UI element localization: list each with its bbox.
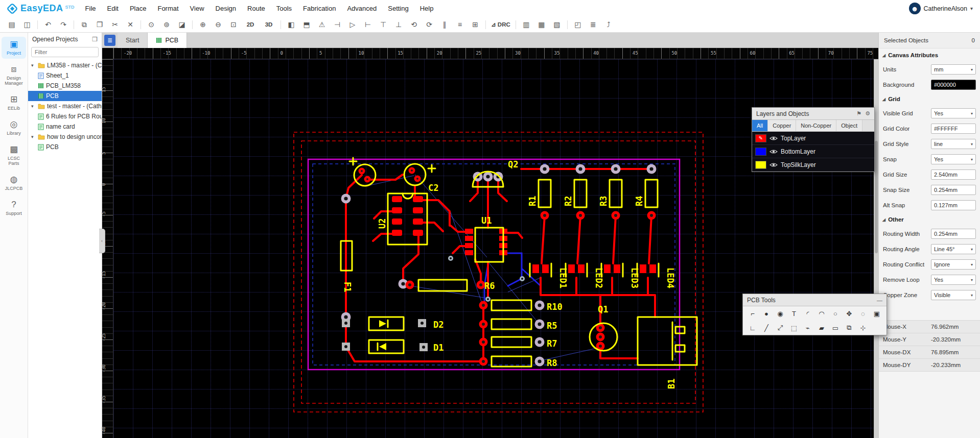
eye-icon[interactable]	[769, 149, 778, 155]
pad-tool-icon[interactable]: ●	[760, 308, 773, 319]
silk-label-r8[interactable]: R8	[547, 358, 557, 368]
delete-icon[interactable]: ✕	[123, 18, 138, 31]
layer-stack-icon[interactable]: ≣	[586, 18, 601, 31]
attr-control-units[interactable]: mm▾	[931, 64, 976, 75]
menu-route[interactable]: Route	[242, 0, 271, 17]
silk-label-d1[interactable]: D1	[433, 343, 444, 353]
undo-icon[interactable]: ↶	[40, 18, 56, 31]
silk-label-r3[interactable]: R3	[598, 196, 609, 206]
layer-color-swatch[interactable]	[755, 148, 766, 156]
menu-tools[interactable]: Tools	[271, 0, 297, 17]
silk-label-led2[interactable]: LED2	[594, 267, 604, 288]
silk-label-r6[interactable]: R6	[484, 281, 495, 291]
silk-label-f1[interactable]: F1	[342, 282, 353, 292]
attr-control-snap[interactable]: Yes▾	[931, 154, 976, 164]
tab-pcb[interactable]: PCB	[148, 33, 187, 48]
menu-file[interactable]: File	[80, 0, 102, 17]
distribute-vertical-icon[interactable]: ≡	[452, 18, 468, 31]
tree-item-how-to-design-uncon[interactable]: ▾how to design uncon	[28, 132, 102, 142]
connect-pad-tool-icon[interactable]: ⌁	[802, 322, 814, 333]
rule-warning-icon[interactable]: ⚠	[314, 18, 330, 31]
silk-label-c2[interactable]: C2	[428, 183, 438, 193]
copy-icon[interactable]: ⧉	[77, 18, 92, 31]
silk-label-r1[interactable]: R1	[527, 196, 538, 206]
silk-label-q1[interactable]: Q1	[598, 304, 608, 314]
search-settings-icon[interactable]: ⊚	[159, 18, 174, 31]
tree-item-lm358-master-ca[interactable]: ▾LM358 - master - (Ca	[28, 60, 102, 70]
attr-control-background[interactable]: #000000	[931, 80, 976, 90]
easyeda-logo[interactable]: EasyEDA STD	[0, 3, 80, 15]
arc-tool-icon[interactable]: ◜	[802, 308, 814, 319]
drag-tool-icon[interactable]: ✥	[843, 308, 855, 319]
rect-selection-tool-icon[interactable]: ⬚	[788, 322, 800, 333]
search-icon[interactable]: ⊙	[144, 18, 159, 31]
menu-fabrication[interactable]: Fabrication	[297, 0, 341, 17]
tree-item-name-card[interactable]: name card	[28, 121, 102, 132]
tree-item-pcb[interactable]: PCB	[28, 142, 102, 152]
attr-control-grid-size[interactable]: 2.540mm	[931, 169, 976, 180]
tree-item-pcb[interactable]: PCB	[28, 91, 102, 101]
grid-setting-icon[interactable]: ⊞	[468, 18, 483, 31]
silk-label-r10[interactable]: R10	[547, 302, 563, 312]
layer-tab-non-copper[interactable]: Non-Copper	[796, 120, 836, 131]
redo-icon[interactable]: ↷	[56, 18, 71, 31]
sidebar-item-project[interactable]: ▣Project	[2, 37, 26, 59]
align-right-icon[interactable]: ⊢	[360, 18, 376, 31]
layer-row-bottomlayer[interactable]: BottomLayer	[752, 145, 874, 158]
flip-horizontal-icon[interactable]: ◧	[284, 18, 299, 31]
zoom-fit-icon[interactable]: ⊡	[226, 18, 241, 31]
align-left-icon[interactable]: ⊣	[330, 18, 345, 31]
pcb-tools-titlebar[interactable]: PCB Tools —	[743, 294, 886, 306]
line-tool-icon[interactable]: ╱	[760, 322, 773, 333]
section-header-other[interactable]: ◢Other	[879, 213, 980, 226]
pin-icon[interactable]: ⚑	[856, 110, 861, 117]
menu-setting[interactable]: Setting	[382, 0, 414, 17]
attr-control-routing-width[interactable]: 0.254mm	[931, 229, 976, 239]
align-top-icon[interactable]: ⊤	[376, 18, 391, 31]
collapse-all-icon[interactable]: ❒	[92, 36, 98, 43]
dimension-tool-icon[interactable]: ⤢	[774, 322, 786, 333]
user-menu[interactable]: ☻ CatherineAlson ▾	[909, 3, 980, 14]
view-3d-button[interactable]: 3D	[260, 18, 278, 31]
copper-area-tool-icon[interactable]: ▰	[815, 322, 828, 333]
layer-tab-copper[interactable]: Copper	[768, 120, 796, 131]
track-tool-icon[interactable]: ⌐	[746, 308, 759, 319]
rotate-left-icon[interactable]: ⟲	[406, 18, 422, 31]
layer-tab-object[interactable]: Object	[836, 120, 862, 131]
photo-preview-icon[interactable]: ◰	[570, 18, 586, 31]
gear-icon[interactable]: ⚙	[865, 110, 870, 117]
eye-icon[interactable]	[769, 135, 778, 141]
layer-tab-all[interactable]: All	[752, 120, 768, 131]
silk-label-r4[interactable]: R4	[634, 196, 644, 206]
hole-tool-icon[interactable]: ◌	[857, 308, 869, 319]
sidebar-item-library[interactable]: ◎Library	[2, 117, 26, 139]
canvas-origin-tool-icon[interactable]: ⊹	[857, 322, 869, 333]
silk-label-u2[interactable]: U2	[377, 218, 387, 229]
menu-edit[interactable]: Edit	[102, 0, 124, 17]
silk-label-d2[interactable]: D2	[433, 320, 444, 330]
arc-any-angle-tool-icon[interactable]: ◠	[815, 308, 828, 319]
section-header-grid[interactable]: ◢Grid	[879, 92, 980, 106]
tree-item-test-master-cathe[interactable]: ▾test - master - (Cathe	[28, 101, 102, 111]
collapse-left-panel-handle[interactable]: ‹	[99, 229, 105, 253]
flip-vertical-icon[interactable]: ⬒	[299, 18, 314, 31]
section-header-canvas-attributes[interactable]: ◢Canvas Attributes	[879, 48, 980, 62]
sidebar-item-design-manager[interactable]: ⧈Design Manager	[2, 62, 26, 89]
silk-label-led1[interactable]: LED1	[558, 267, 568, 288]
group-tool-icon[interactable]: ⧉	[843, 322, 855, 333]
via-tool-icon[interactable]: ◉	[774, 308, 786, 319]
attr-control-copper-zone[interactable]: Visible▾	[931, 290, 976, 300]
sidebar-item-jlcpcb[interactable]: ◍JLCPCB	[2, 172, 26, 194]
sidebar-item-lcsc-parts[interactable]: ▩LCSC Parts	[2, 142, 26, 169]
tree-item-sheet-1[interactable]: Sheet_1	[28, 70, 102, 81]
layers-panel-titlebar[interactable]: Layers and Objects ⚑ ⚙	[752, 108, 874, 120]
tree-item-6-rules-for-pcb-rou[interactable]: 6 Rules for PCB Rou	[28, 111, 102, 121]
menu-format[interactable]: Format	[152, 0, 184, 17]
scrollbar-thumb[interactable]	[875, 141, 878, 253]
tab-list-button[interactable]: ≣	[104, 35, 115, 46]
layer-row-toplayer[interactable]: ✎TopLayer	[752, 132, 874, 145]
silk-label-led3[interactable]: LED3	[629, 267, 640, 288]
circle-tool-icon[interactable]: ○	[829, 308, 842, 319]
tree-expand-arrow[interactable]: ▾	[31, 63, 36, 68]
image-tool-icon[interactable]: ▣	[871, 308, 883, 319]
